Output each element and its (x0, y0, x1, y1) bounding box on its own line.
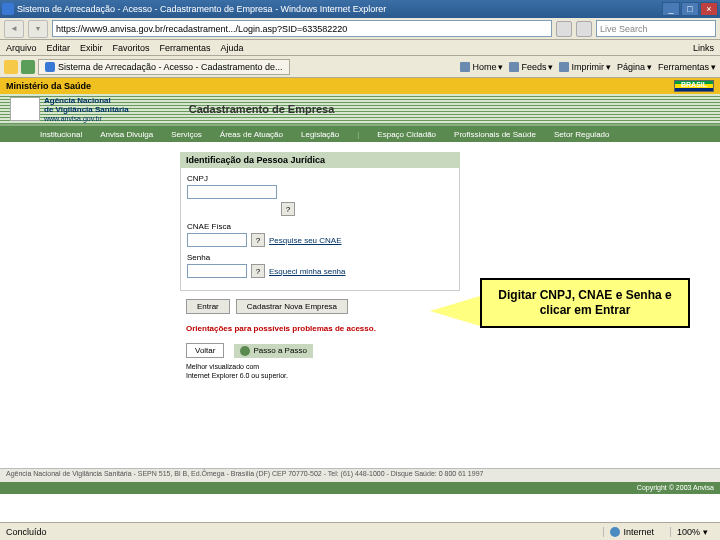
footer-copyright: Copyright © 2003 Anvisa (0, 482, 720, 494)
feeds-icon (509, 62, 519, 72)
entrar-button[interactable]: Entrar (186, 299, 230, 314)
security-zone: Internet (603, 527, 660, 537)
zoom-level[interactable]: 100%▾ (670, 527, 714, 537)
arrow-left-icon (430, 296, 480, 326)
add-favorite-icon[interactable] (21, 60, 35, 74)
window-titlebar: Sistema de Arrecadação - Acesso - Cadast… (0, 0, 720, 18)
menu-exibir[interactable]: Exibir (80, 43, 103, 53)
back-button[interactable] (4, 20, 24, 38)
status-text: Concluído (6, 527, 47, 537)
tab-favicon (45, 62, 55, 72)
callout-text: Digitar CNPJ, CNAE e Senha e clicar em E… (480, 278, 690, 328)
nav-cidadao[interactable]: Espaço Cidadão (377, 130, 436, 139)
senha-label: Senha (187, 253, 453, 262)
address-toolbar: https://www9.anvisa.gov.br/recadastramen… (0, 18, 720, 40)
brasil-flag: BRASIL (674, 80, 714, 92)
form-section-title: Identificação da Pessoa Jurídica (180, 152, 460, 168)
browser-tab[interactable]: Sistema de Arrecadação - Acesso - Cadast… (38, 59, 290, 75)
senha-help-button[interactable]: ? (251, 264, 265, 278)
cnae-label: CNAE Físca (187, 222, 453, 231)
links-label[interactable]: Links (693, 43, 714, 53)
print-button[interactable]: Imprimir▾ (559, 62, 611, 72)
status-bar: Concluído Internet 100%▾ (0, 522, 720, 540)
cnae-search-link[interactable]: Pesquise seu CNAE (269, 236, 341, 245)
cnpj-label: CNPJ (187, 174, 453, 183)
nav-institucional[interactable]: Institucional (40, 130, 82, 139)
page-title: Cadastramento de Empresa (189, 103, 335, 115)
feeds-button[interactable]: Feeds▾ (509, 62, 553, 72)
nav-legislacao[interactable]: Legislação (301, 130, 339, 139)
favorites-icon[interactable] (4, 60, 18, 74)
tab-bar: Sistema de Arrecadação - Acesso - Cadast… (0, 56, 720, 78)
passo-a-passo-link[interactable]: Passo a Passo (234, 344, 312, 358)
close-button[interactable]: × (700, 2, 718, 16)
menu-ajuda[interactable]: Ajuda (221, 43, 244, 53)
menu-ferramentas[interactable]: Ferramentas (160, 43, 211, 53)
ministry-header: Ministério da Saúde BRASIL (0, 78, 720, 94)
cnpj-help-button[interactable]: ? (281, 202, 295, 216)
access-warning[interactable]: Orientações para possíveis problemas de … (186, 324, 460, 333)
globe-icon (610, 527, 620, 537)
print-icon (559, 62, 569, 72)
nav-profissionais[interactable]: Profissionais de Saúde (454, 130, 536, 139)
forward-dropdown[interactable] (28, 20, 48, 38)
nav-servicos[interactable]: Serviços (171, 130, 202, 139)
home-icon (460, 62, 470, 72)
login-form: Identificação da Pessoa Jurídica CNPJ ? … (180, 152, 460, 380)
maximize-button[interactable]: □ (681, 2, 699, 16)
agency-banner: Agência Nacional de Vigilância Sanitária… (0, 94, 720, 126)
senha-input[interactable] (187, 264, 247, 278)
cadastrar-button[interactable]: Cadastrar Nova Empresa (236, 299, 348, 314)
browser-requirement: Melhor visualizado com Internet Explorer… (186, 362, 460, 380)
address-input[interactable]: https://www9.anvisa.gov.br/recadastramen… (52, 20, 552, 37)
instruction-callout: Digitar CNPJ, CNAE e Senha e clicar em E… (480, 278, 690, 328)
minimize-button[interactable]: _ (662, 2, 680, 16)
menu-editar[interactable]: Editar (47, 43, 71, 53)
stop-button[interactable] (576, 21, 592, 37)
site-nav: Institucional Anvisa Divulga Serviços Ár… (0, 126, 720, 142)
forgot-password-link[interactable]: Esqueci minha senha (269, 267, 346, 276)
nav-setor[interactable]: Setor Regulado (554, 130, 610, 139)
search-input[interactable]: Live Search (596, 20, 716, 37)
cnpj-input[interactable] (187, 185, 277, 199)
menu-favoritos[interactable]: Favoritos (113, 43, 150, 53)
voltar-button[interactable]: Voltar (186, 343, 224, 358)
anvisa-logo-icon (10, 97, 40, 121)
step-icon (240, 346, 250, 356)
refresh-button[interactable] (556, 21, 572, 37)
window-title: Sistema de Arrecadação - Acesso - Cadast… (17, 4, 386, 14)
ie-icon (2, 3, 14, 15)
nav-divulga[interactable]: Anvisa Divulga (100, 130, 153, 139)
nav-areas[interactable]: Áreas de Atuação (220, 130, 283, 139)
cnae-help-button[interactable]: ? (251, 233, 265, 247)
menu-arquivo[interactable]: Arquivo (6, 43, 37, 53)
footer-address: Agência Nacional de Vigilância Sanitária… (0, 468, 720, 482)
home-button[interactable]: Home▾ (460, 62, 503, 72)
page-button[interactable]: Página▾ (617, 62, 652, 72)
cnae-input[interactable] (187, 233, 247, 247)
menu-bar: Arquivo Editar Exibir Favoritos Ferramen… (0, 40, 720, 56)
tools-button[interactable]: Ferramentas▾ (658, 62, 716, 72)
page-content: Ministério da Saúde BRASIL Agência Nacio… (0, 78, 720, 518)
